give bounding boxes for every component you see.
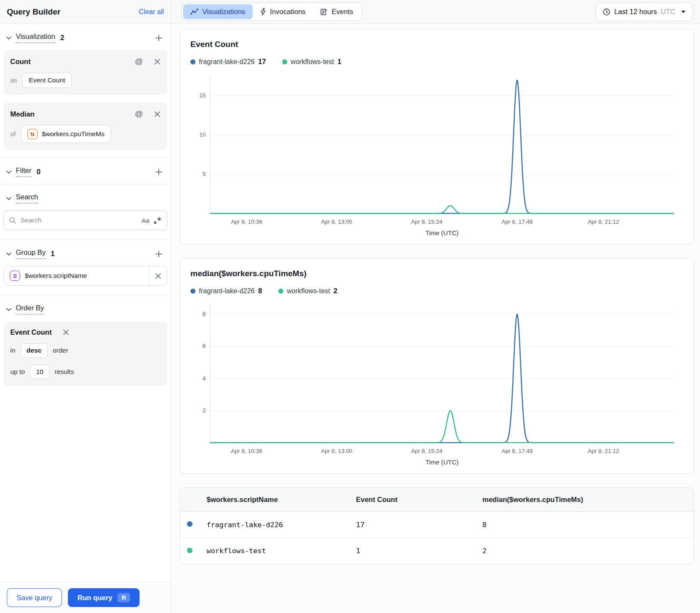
legend-dot bbox=[190, 59, 195, 64]
table-cell: workflows-test bbox=[207, 547, 356, 555]
chart-title: Event Count bbox=[190, 40, 683, 49]
save-query-button[interactable]: Save query bbox=[7, 588, 62, 607]
of-label: of bbox=[10, 130, 16, 138]
group-by-count: 1 bbox=[51, 250, 55, 258]
run-query-button[interactable]: Run query R bbox=[68, 588, 140, 607]
alias-field[interactable]: Event Count bbox=[22, 73, 71, 88]
add-filter-button[interactable] bbox=[154, 167, 164, 177]
legend-item[interactable]: workflows-test2 bbox=[278, 287, 338, 295]
search-input[interactable] bbox=[20, 216, 137, 224]
legend-dot bbox=[190, 289, 195, 294]
series-dot bbox=[187, 521, 192, 527]
results-table: $workers.scriptNameEvent Countmedian($wo… bbox=[180, 487, 694, 564]
limit-input[interactable]: 10 bbox=[30, 365, 49, 379]
search-box: Aa bbox=[3, 210, 167, 230]
chart-line-icon bbox=[190, 9, 198, 15]
chevron-down-icon[interactable] bbox=[6, 170, 12, 174]
section-title-filter: Filter bbox=[16, 166, 32, 177]
remove-order-by-button[interactable] bbox=[63, 329, 69, 336]
legend-dot bbox=[278, 289, 283, 294]
table-row[interactable]: workflows-test12 bbox=[180, 538, 694, 564]
svg-text:Apr 8, 21:12: Apr 8, 21:12 bbox=[588, 219, 619, 225]
table-column-header: median($workers.cpuTimeMs) bbox=[482, 496, 687, 504]
median-cpu-chart[interactable]: 2468Apr 8, 10:36Apr 8, 13:00Apr 8, 15:24… bbox=[190, 300, 683, 467]
mention-icon[interactable]: @ bbox=[135, 109, 143, 119]
svg-text:2: 2 bbox=[202, 407, 205, 414]
chart-title: median($workers.cpuTimeMs) bbox=[190, 269, 683, 278]
legend-series-value: 17 bbox=[258, 58, 266, 66]
main-area: Visualizations Invocations Events Last 1… bbox=[171, 0, 700, 613]
svg-text:10: 10 bbox=[199, 131, 206, 138]
legend-dot bbox=[282, 59, 287, 64]
order-label: order bbox=[52, 347, 68, 354]
search-section: Search Aa bbox=[0, 184, 171, 240]
table-column-header: $workers.scriptName bbox=[207, 496, 356, 504]
visualization-card-median: Median @ of N $workers.cpuTimeMs bbox=[3, 102, 167, 150]
time-range-selector[interactable]: Last 12 hours UTC bbox=[595, 3, 693, 21]
svg-text:Apr 8, 13:00: Apr 8, 13:00 bbox=[321, 448, 352, 454]
bolt-icon bbox=[260, 8, 266, 16]
legend-series-name: fragrant-lake-d226 bbox=[199, 58, 255, 66]
series-dot-cell bbox=[187, 521, 207, 528]
table-column-header: Event Count bbox=[356, 496, 482, 504]
svg-text:Apr 8, 15:24: Apr 8, 15:24 bbox=[411, 448, 443, 454]
match-case-toggle[interactable]: Aa bbox=[142, 217, 149, 224]
legend-item[interactable]: workflows-test1 bbox=[282, 58, 341, 66]
run-shortcut-badge: R bbox=[117, 593, 130, 602]
order-by-section: Order By Event Count in desc order up to… bbox=[0, 295, 171, 386]
field-name: $workers.cpuTimeMs bbox=[42, 130, 105, 138]
clear-all-link[interactable]: Clear all bbox=[139, 8, 164, 16]
in-label: in bbox=[10, 347, 15, 354]
field-selector[interactable]: N $workers.cpuTimeMs bbox=[21, 125, 111, 143]
svg-text:Time (UTC): Time (UTC) bbox=[426, 458, 459, 466]
add-visualization-button[interactable] bbox=[154, 33, 164, 43]
table-row[interactable]: fragrant-lake-d226178 bbox=[180, 512, 694, 538]
tab-label: Invocations bbox=[270, 8, 306, 16]
svg-text:Apr 8, 17:48: Apr 8, 17:48 bbox=[502, 448, 533, 454]
events-doc-icon bbox=[320, 8, 328, 16]
legend-series-value: 2 bbox=[333, 287, 337, 295]
svg-text:Time (UTC): Time (UTC) bbox=[426, 229, 459, 236]
chart-legend: fragrant-lake-d22617workflows-test1 bbox=[190, 58, 683, 66]
chevron-down-icon[interactable] bbox=[6, 197, 12, 200]
mention-icon[interactable]: @ bbox=[135, 57, 143, 66]
table-body: fragrant-lake-d226178workflows-test12 bbox=[180, 512, 694, 564]
table-cell: 8 bbox=[482, 521, 687, 529]
remove-median-button[interactable] bbox=[154, 111, 160, 117]
tab-label: Visualizations bbox=[202, 8, 245, 16]
tab-events[interactable]: Events bbox=[313, 4, 360, 19]
svg-text:4: 4 bbox=[202, 375, 206, 382]
legend-series-name: workflows-test bbox=[287, 287, 330, 295]
legend-item[interactable]: fragrant-lake-d22617 bbox=[190, 58, 266, 66]
tab-visualizations[interactable]: Visualizations bbox=[183, 4, 253, 19]
svg-text:Apr 8, 17:48: Apr 8, 17:48 bbox=[502, 219, 533, 225]
time-zone-label: UTC bbox=[661, 8, 675, 16]
svg-text:Apr 8, 15:24: Apr 8, 15:24 bbox=[411, 219, 443, 225]
table-cell: 1 bbox=[356, 547, 482, 555]
chevron-down-icon[interactable] bbox=[6, 308, 12, 311]
visualization-card-count: Count @ as Event Count bbox=[3, 50, 167, 95]
sort-direction-select[interactable]: desc bbox=[20, 343, 47, 358]
group-by-field[interactable]: S $workers.scriptName bbox=[3, 266, 167, 286]
card-title: Median bbox=[10, 110, 35, 118]
add-group-by-button[interactable] bbox=[154, 249, 164, 259]
tab-invocations[interactable]: Invocations bbox=[253, 4, 313, 19]
table-cell: fragrant-lake-d226 bbox=[207, 521, 356, 529]
topbar: Visualizations Invocations Events Last 1… bbox=[171, 0, 700, 24]
legend-series-name: fragrant-lake-d226 bbox=[199, 287, 255, 295]
caret-down-icon bbox=[681, 10, 686, 13]
regex-toggle-icon[interactable] bbox=[154, 217, 162, 224]
remove-group-by-button[interactable] bbox=[149, 266, 167, 285]
chevron-down-icon[interactable] bbox=[6, 252, 12, 256]
event-count-chart[interactable]: 51015Apr 8, 10:36Apr 8, 13:00Apr 8, 15:2… bbox=[190, 71, 683, 238]
visualization-section: Visualization 2 Count @ as Event Count bbox=[0, 24, 171, 158]
remove-count-button[interactable] bbox=[154, 58, 160, 65]
group-by-field-name: $workers.scriptName bbox=[25, 272, 87, 280]
chevron-down-icon[interactable] bbox=[6, 36, 12, 40]
section-title-search: Search bbox=[16, 193, 38, 204]
time-range-label: Last 12 hours bbox=[614, 8, 657, 16]
legend-item[interactable]: fragrant-lake-d2268 bbox=[190, 287, 262, 295]
svg-text:15: 15 bbox=[199, 92, 206, 99]
order-by-field: Event Count bbox=[10, 328, 52, 336]
svg-text:6: 6 bbox=[202, 343, 205, 349]
